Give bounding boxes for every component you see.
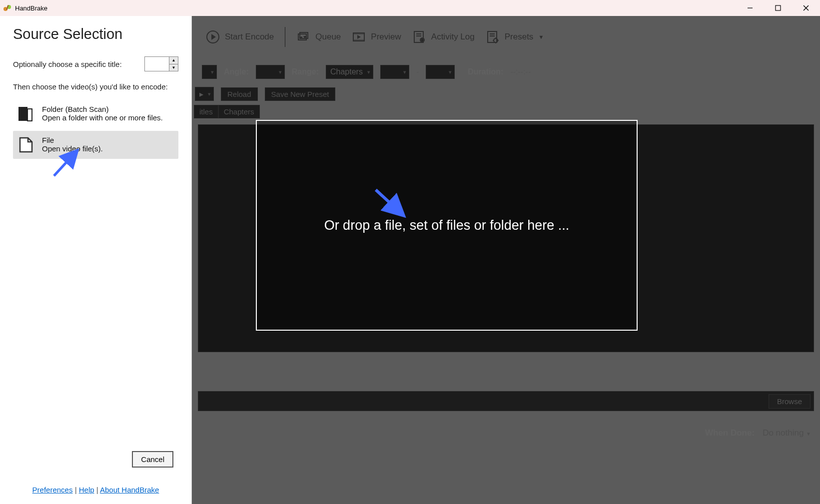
spinner-down-icon[interactable]: ▼ [169, 64, 178, 71]
svg-rect-4 [776, 5, 781, 10]
folder-icon [17, 105, 35, 123]
app-title: HandBrake [15, 4, 47, 12]
drop-zone-text: Or drop a file, set of files or folder h… [324, 218, 570, 233]
file-option-title: File [42, 136, 103, 144]
file-icon [17, 136, 35, 154]
preferences-link[interactable]: Preferences [32, 486, 73, 494]
folder-option-desc: Open a folder with one or more files. [42, 113, 163, 122]
title-number-input[interactable] [145, 57, 169, 71]
titlebar: HandBrake [0, 0, 820, 16]
handbrake-icon [3, 3, 12, 12]
minimize-button[interactable] [736, 0, 764, 16]
source-selection-panel: Source Selection Optionally choose a spe… [0, 16, 192, 504]
specific-title-label: Optionally choose a specific title: [13, 60, 122, 68]
source-selection-heading: Source Selection [13, 26, 178, 42]
title-spinner[interactable]: ▲ ▼ [144, 56, 178, 71]
main-background: Start Encode Queue Preview i Activity Lo… [192, 16, 820, 504]
choose-videos-instruction: Then choose the video(s) you'd like to e… [13, 82, 178, 91]
footer-links: Preferences | Help | About HandBrake [13, 486, 178, 494]
cancel-button[interactable]: Cancel [132, 451, 173, 468]
file-option-desc: Open video file(s). [42, 144, 103, 153]
folder-option-title: Folder (Batch Scan) [42, 105, 163, 113]
folder-batch-scan-option[interactable]: Folder (Batch Scan) Open a folder with o… [13, 100, 178, 128]
maximize-button[interactable] [764, 0, 792, 16]
drop-zone[interactable]: Or drop a file, set of files or folder h… [256, 120, 638, 331]
svg-rect-7 [18, 107, 27, 121]
spinner-up-icon[interactable]: ▲ [169, 57, 178, 64]
file-option[interactable]: File Open video file(s). [13, 131, 178, 159]
close-button[interactable] [792, 0, 820, 16]
help-link[interactable]: Help [79, 486, 94, 494]
about-handbrake-link[interactable]: About HandBrake [100, 486, 159, 494]
